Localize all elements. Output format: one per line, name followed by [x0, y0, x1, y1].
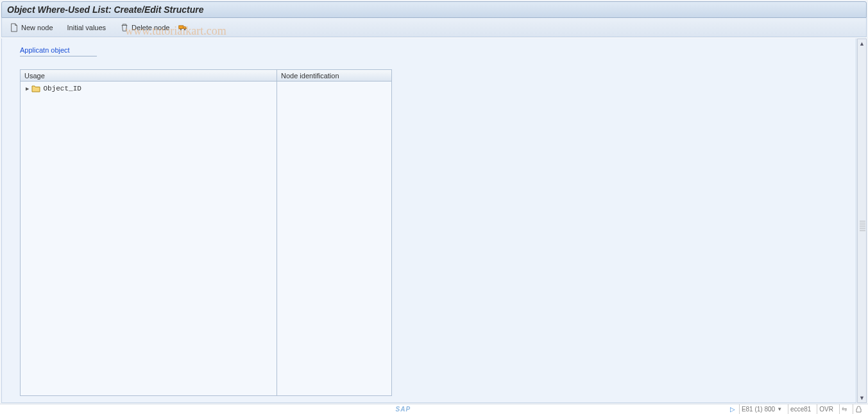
sap-logo: SAP: [396, 406, 411, 413]
scroll-down-icon[interactable]: ▼: [858, 393, 866, 402]
tree-col-usage[interactable]: Usage: [21, 70, 277, 81]
dropdown-icon[interactable]: ▼: [777, 406, 782, 412]
folder-icon: [31, 85, 40, 92]
status-play-icon[interactable]: ▷: [730, 406, 735, 413]
tree-item-object-id[interactable]: ▶ Object_ID: [24, 84, 273, 93]
title-bar: Object Where-Used List: Create/Edit Stru…: [1, 1, 867, 18]
trash-icon: [120, 23, 129, 32]
expand-icon[interactable]: ▶: [26, 85, 29, 92]
status-layout-icon[interactable]: ⇆: [839, 404, 849, 414]
toolbar: New node Initial values Delete node: [1, 18, 867, 37]
new-node-button[interactable]: New node: [10, 23, 53, 32]
transport-button[interactable]: [178, 23, 187, 32]
application-object-link[interactable]: Applicatn object: [20, 46, 70, 55]
tree-header: Usage Node identification: [21, 70, 391, 82]
link-row: Applicatn object: [2, 39, 856, 59]
svg-point-2: [184, 28, 185, 30]
svg-point-1: [180, 28, 182, 30]
status-server: ecce81: [788, 404, 813, 414]
tree-panel: Usage Node identification ▶ Object_ID: [20, 69, 392, 396]
page-title: Object Where-Used List: Create/Edit Stru…: [7, 4, 204, 15]
status-mode: OVR: [817, 404, 835, 414]
link-underline: [20, 56, 97, 56]
delete-node-label: Delete node: [132, 24, 169, 31]
svg-rect-0: [179, 25, 183, 28]
content-area: Applicatn object Usage Node identificati…: [1, 39, 856, 403]
tree-body: ▶ Object_ID: [21, 82, 391, 395]
new-node-label: New node: [21, 24, 53, 31]
lock-icon: [855, 406, 862, 413]
scroll-handle[interactable]: [860, 221, 865, 232]
truck-icon: [178, 23, 187, 32]
status-lock-icon[interactable]: [853, 404, 864, 414]
tree-body-nodeid: [277, 82, 391, 395]
scroll-up-icon[interactable]: ▲: [858, 39, 866, 48]
delete-node-button[interactable]: Delete node: [120, 23, 169, 32]
status-system[interactable]: E81 (1) 800 ▼: [739, 404, 784, 414]
tree-col-nodeid[interactable]: Node identification: [277, 70, 391, 81]
vertical-scrollbar[interactable]: ▲ ▼: [857, 39, 867, 403]
tree-body-usage: ▶ Object_ID: [21, 82, 277, 395]
initial-values-button[interactable]: Initial values: [67, 24, 106, 31]
initial-values-label: Initial values: [67, 24, 106, 31]
status-bar: SAP ▷ E81 (1) 800 ▼ ecce81 OVR ⇆: [0, 404, 868, 414]
new-document-icon: [10, 23, 19, 32]
status-system-label: E81 (1) 800: [742, 406, 775, 413]
tree-item-label: Object_ID: [43, 85, 81, 92]
